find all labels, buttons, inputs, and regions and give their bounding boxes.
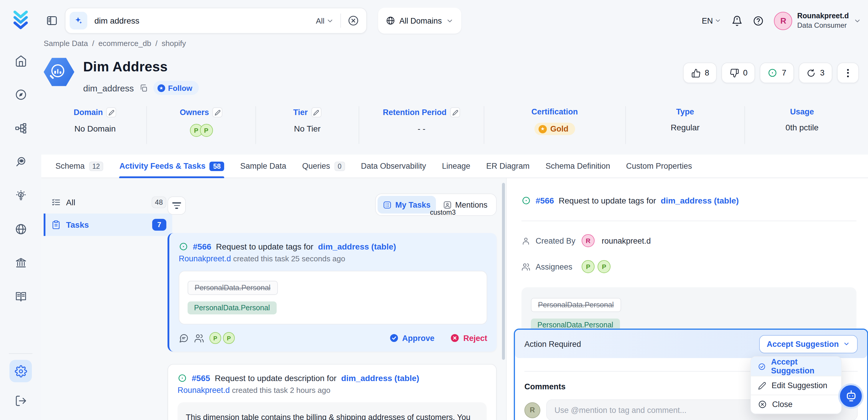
user-menu[interactable]: R Rounakpreet.d Data Consumer: [774, 11, 861, 30]
feed-filter-icon[interactable]: [167, 197, 186, 215]
follow-button[interactable]: ★ Follow: [153, 81, 199, 95]
toggle-my-tasks[interactable]: My Tasks: [377, 196, 436, 214]
breadcrumb-database[interactable]: ecommerce_db: [98, 39, 151, 48]
global-search[interactable]: All: [65, 8, 367, 34]
created-by-row: Created By R rounakpreet.d: [522, 234, 857, 247]
created-by-avatar[interactable]: R: [582, 234, 595, 247]
filter-tasks[interactable]: Tasks 7: [44, 214, 172, 236]
chevron-down-icon: [854, 17, 861, 25]
owner-avatar[interactable]: P: [200, 124, 213, 137]
copy-icon[interactable]: [139, 84, 148, 92]
atlan-logo-icon[interactable]: [11, 9, 31, 30]
tasks-count-button[interactable]: 7: [760, 63, 794, 83]
clear-search-icon[interactable]: [347, 15, 359, 27]
tab-er-diagram[interactable]: ER Diagram: [486, 154, 530, 178]
tab-custom-properties[interactable]: Custom Properties: [626, 154, 692, 178]
downvote-button[interactable]: 0: [722, 63, 755, 83]
sidebar-toggle-icon[interactable]: [46, 15, 58, 27]
upvote-button[interactable]: 8: [683, 63, 717, 83]
assignee-avatar[interactable]: P: [223, 332, 235, 344]
edit-pencil-icon[interactable]: [213, 107, 223, 117]
task-card-565[interactable]: #565 Request to update description for d…: [167, 364, 497, 420]
checklist-icon: [51, 198, 61, 207]
edit-pencil-icon[interactable]: [311, 107, 321, 117]
task-card-566[interactable]: #566 Request to update tags for dim_addr…: [167, 233, 497, 352]
accept-suggestion-dropdown-button[interactable]: Accept Suggestion: [759, 335, 858, 353]
more-actions-kebab-icon[interactable]: [837, 63, 859, 83]
detail-task-id[interactable]: #566: [536, 196, 554, 205]
tab-sample-data[interactable]: Sample Data: [240, 154, 286, 178]
approve-button[interactable]: Approve: [389, 333, 434, 343]
search-input[interactable]: [94, 16, 316, 25]
action-required-label: Action Required: [524, 339, 581, 348]
menu-edit-suggestion[interactable]: Edit Suggestion: [751, 376, 841, 395]
globe-icon[interactable]: [9, 218, 32, 240]
breadcrumb-connection[interactable]: Sample Data: [44, 39, 88, 48]
type-label: Type: [676, 107, 694, 116]
menu-accept-suggestion[interactable]: Accept Suggestion: [751, 357, 841, 376]
edit-pencil-icon[interactable]: [450, 107, 460, 117]
comment-bubble-icon[interactable]: [179, 333, 189, 343]
task-author-link[interactable]: Rounakpreet.d: [179, 254, 231, 263]
observability-search-eye-icon[interactable]: [9, 150, 32, 173]
domain-header[interactable]: Domain: [74, 107, 117, 117]
task-id[interactable]: #566: [193, 242, 211, 251]
edit-pencil-icon[interactable]: [106, 107, 117, 117]
task-meta: created this task 2 hours ago: [232, 386, 330, 395]
breadcrumb-schema[interactable]: shopify: [162, 39, 186, 48]
notifications-bell-icon[interactable]: [732, 15, 743, 26]
tab-schema[interactable]: Schema12: [56, 154, 103, 178]
certification-gold-badge: ★Gold: [534, 123, 575, 135]
refresh-icon: [806, 68, 816, 78]
language-selector[interactable]: EN: [702, 16, 722, 25]
all-domains-button[interactable]: All Domains: [378, 8, 461, 34]
feed-scrollbar[interactable]: [502, 183, 505, 360]
task-asset-link[interactable]: dim_address (table): [341, 373, 420, 383]
task-asset-link[interactable]: dim_address (table): [318, 242, 396, 251]
chatbot-button[interactable]: [838, 384, 864, 409]
tab-lineage[interactable]: Lineage: [442, 154, 470, 178]
clipboard-icon: [51, 220, 61, 230]
products-hierarchy-icon[interactable]: [9, 117, 32, 139]
assignee-avatar[interactable]: P: [597, 260, 611, 273]
tab-schema-definition[interactable]: Schema Definition: [546, 154, 610, 178]
created-by-name[interactable]: rounakpreet.d: [602, 236, 651, 245]
asset-qualified-name: dim_address: [83, 83, 134, 93]
assignee-avatar[interactable]: P: [582, 260, 595, 273]
settings-gear-icon[interactable]: [9, 360, 32, 382]
tab-queries[interactable]: Queries0: [302, 154, 345, 178]
tab-activity-feeds-tasks[interactable]: Activity Feeds & Tasks58: [119, 154, 224, 178]
metadata-band: Domain No Domain Owners P P Tier No Tier…: [44, 106, 859, 144]
logout-icon[interactable]: [9, 389, 32, 412]
owners-header[interactable]: Owners: [180, 107, 223, 117]
task-id[interactable]: #565: [192, 373, 210, 383]
home-icon[interactable]: [9, 50, 32, 72]
task-author-link[interactable]: Rounakpreet.d: [178, 386, 230, 395]
search-divider: [340, 13, 341, 28]
menu-close[interactable]: Close: [751, 395, 841, 414]
reject-button[interactable]: Reject: [451, 333, 487, 343]
governance-bank-icon[interactable]: [9, 251, 32, 274]
search-scope-dropdown[interactable]: All: [316, 16, 334, 25]
retention-header[interactable]: Retention Period: [383, 107, 460, 117]
x-circle-icon: [758, 400, 767, 409]
type-header: Type: [676, 107, 694, 116]
help-icon[interactable]: [753, 15, 764, 26]
discover-compass-icon[interactable]: [9, 83, 32, 106]
certification-header[interactable]: Certification: [531, 107, 578, 116]
assignee-avatar[interactable]: P: [209, 332, 221, 344]
insights-bulb-icon[interactable]: [9, 184, 32, 206]
tab-data-observability[interactable]: Data Observability: [361, 154, 426, 178]
usage-header: Usage: [790, 107, 814, 116]
sync-button[interactable]: 3: [799, 63, 832, 83]
detail-asset-link[interactable]: dim_address (table): [661, 196, 739, 205]
filter-all[interactable]: All 48: [44, 191, 172, 214]
description-preview-box: This dimension table contains the billin…: [178, 402, 487, 420]
removed-tag-pill: PersonalData.Personal: [188, 281, 278, 295]
metadata-domain: Domain No Domain: [44, 106, 147, 144]
glossary-book-icon[interactable]: [9, 285, 32, 307]
tier-header[interactable]: Tier: [293, 107, 321, 117]
detail-action-text: Request to update tags for: [559, 196, 656, 205]
page-title: Dim Address: [83, 59, 167, 75]
assignees-icon[interactable]: [194, 333, 204, 343]
